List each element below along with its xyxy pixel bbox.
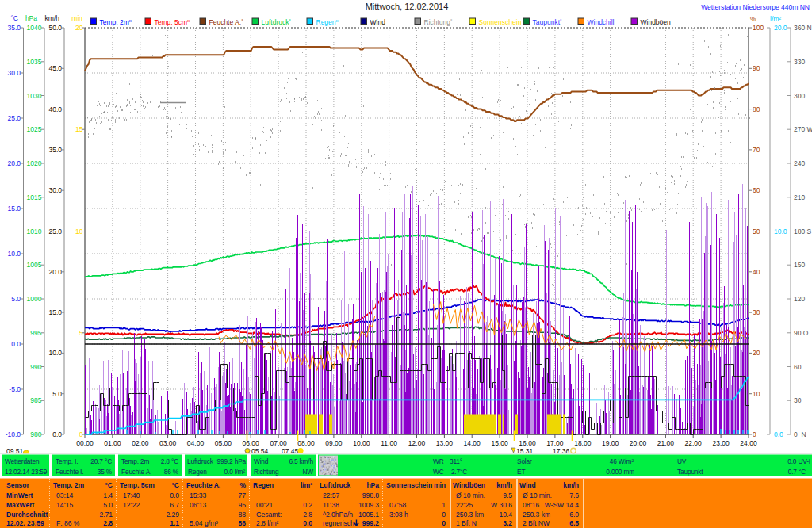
svg-text:980: 980 — [30, 430, 41, 438]
svg-text:0: 0 — [442, 511, 446, 518]
svg-text:15:00: 15:00 — [491, 439, 508, 447]
svg-text:35 %: 35 % — [98, 468, 113, 476]
svg-text:995: 995 — [30, 329, 41, 337]
svg-text:l/m²: l/m² — [770, 15, 781, 23]
svg-text:30: 30 — [753, 308, 760, 316]
svg-text:W 30.6: W 30.6 — [491, 501, 512, 509]
svg-text:00:21: 00:21 — [256, 501, 274, 509]
svg-text:10.0: 10.0 — [774, 228, 787, 235]
svg-text:5.0: 5.0 — [103, 501, 113, 509]
svg-text:05:00: 05:00 — [215, 439, 232, 447]
svg-text:0.000 mm: 0.000 mm — [606, 468, 634, 476]
svg-text:1000: 1000 — [27, 295, 42, 303]
svg-text:1030: 1030 — [27, 92, 42, 100]
svg-text:22:57: 22:57 — [323, 492, 340, 499]
svg-text:km/h: km/h — [496, 481, 512, 489]
svg-text:16:00: 16:00 — [519, 439, 536, 447]
svg-text:Taupunkt: Taupunkt — [677, 468, 703, 476]
svg-text:Feuchte A.°: Feuchte A.° — [209, 18, 244, 26]
svg-text:Regen: Regen — [253, 481, 274, 489]
svg-text:0.7 °C: 0.7 °C — [788, 468, 806, 476]
svg-text:0: 0 — [753, 430, 756, 438]
svg-text:180 S: 180 S — [794, 228, 812, 235]
svg-text:1035: 1035 — [27, 58, 42, 66]
svg-text:30: 30 — [794, 396, 802, 404]
svg-text:998.8: 998.8 — [362, 492, 380, 499]
svg-text:14:00: 14:00 — [464, 439, 481, 447]
svg-text:hPa: hPa — [25, 14, 37, 22]
svg-text:14:15: 14:15 — [56, 501, 74, 509]
svg-text:Richtung: Richtung — [254, 468, 279, 476]
svg-text:7.6: 7.6 — [569, 492, 579, 499]
svg-text:Richtung°: Richtung° — [424, 18, 454, 26]
svg-text:25.0: 25.0 — [48, 228, 62, 235]
svg-text:Wind: Wind — [370, 18, 386, 26]
svg-text:min: min — [71, 14, 82, 22]
svg-text:min: min — [434, 481, 446, 489]
svg-text:Solar: Solar — [517, 457, 532, 465]
svg-text:0.0: 0.0 — [303, 519, 312, 527]
svg-text:01:00: 01:00 — [104, 439, 121, 447]
svg-text:120: 120 — [794, 295, 805, 303]
svg-text:10:00: 10:00 — [353, 439, 370, 447]
svg-text:WC: WC — [433, 468, 444, 476]
svg-text:MinWert: MinWert — [6, 492, 33, 499]
svg-text:11:38: 11:38 — [323, 501, 339, 509]
svg-text:11:00: 11:00 — [381, 439, 397, 447]
svg-text:hPa: hPa — [366, 481, 379, 489]
svg-text:0 N: 0 N — [794, 430, 806, 438]
svg-text:Temp. I.: Temp. I. — [56, 457, 78, 465]
svg-text:21:00: 21:00 — [657, 439, 675, 447]
svg-text:22:25: 22:25 — [456, 501, 473, 509]
svg-text:09:00: 09:00 — [325, 439, 343, 447]
svg-text:2.7°C: 2.7°C — [451, 468, 467, 476]
svg-text:88: 88 — [239, 511, 247, 518]
svg-text:12:00: 12:00 — [408, 439, 426, 447]
svg-text:210: 210 — [794, 193, 805, 201]
svg-text:50.0: 50.0 — [48, 24, 62, 32]
svg-text:5.04 g/m³: 5.04 g/m³ — [190, 519, 218, 527]
svg-text:0.0 l/m²: 0.0 l/m² — [224, 468, 246, 476]
svg-text:Windböen: Windböen — [453, 481, 485, 489]
svg-text:40.0: 40.0 — [48, 105, 62, 113]
svg-text:Luftdruck: Luftdruck — [320, 481, 350, 489]
svg-text:20.7 °C: 20.7 °C — [90, 457, 112, 465]
svg-text:Feuchte I.: Feuchte I. — [56, 468, 83, 476]
svg-text:10.4: 10.4 — [499, 511, 512, 518]
svg-text:00:00: 00:00 — [76, 439, 94, 447]
svg-text:MaxWert: MaxWert — [6, 501, 34, 509]
svg-text:46 W/m²: 46 W/m² — [610, 457, 634, 465]
svg-text:60: 60 — [794, 363, 802, 371]
svg-text:250.3 km: 250.3 km — [523, 511, 550, 518]
svg-text:15.0: 15.0 — [48, 308, 62, 316]
svg-text:1: 1 — [442, 501, 446, 509]
svg-text:03:00: 03:00 — [159, 439, 177, 447]
svg-text:17:00: 17:00 — [546, 439, 564, 447]
svg-text:999.2 hPa: 999.2 hPa — [217, 457, 247, 465]
svg-text:0.2: 0.2 — [303, 501, 312, 509]
svg-text:0.0 UV-I: 0.0 UV-I — [787, 457, 810, 465]
svg-text:20.0: 20.0 — [48, 268, 62, 276]
svg-text:70: 70 — [753, 146, 760, 154]
svg-text:%: % — [239, 481, 246, 489]
svg-text:F: 86 %: F: 86 % — [56, 519, 80, 527]
svg-text:Sonnenschein: Sonnenschein — [479, 18, 522, 26]
svg-text:25.0: 25.0 — [7, 114, 21, 122]
svg-text:60: 60 — [753, 186, 760, 194]
svg-text:5.0: 5.0 — [52, 390, 62, 398]
svg-text:86 %: 86 % — [164, 468, 179, 476]
svg-text:Gesamt:: Gesamt: — [256, 511, 282, 518]
svg-text:Temp. 2m: Temp. 2m — [53, 481, 84, 489]
svg-text:Wetterdaten: Wetterdaten — [5, 457, 40, 465]
svg-text:06:00: 06:00 — [243, 439, 260, 447]
svg-text:08:16: 08:16 — [523, 501, 540, 509]
svg-text:NW: NW — [302, 468, 313, 476]
svg-text:3:08 h: 3:08 h — [389, 511, 408, 518]
svg-text:1 Bft N: 1 Bft N — [456, 519, 477, 527]
svg-text:UV: UV — [677, 457, 687, 465]
svg-text:Mittwoch, 12.02.2014: Mittwoch, 12.02.2014 — [366, 2, 449, 11]
svg-text:Luftdruck°: Luftdruck° — [262, 18, 292, 26]
svg-text:77: 77 — [239, 492, 247, 499]
svg-text:Luftdruck: Luftdruck — [187, 457, 214, 465]
svg-text:50: 50 — [753, 228, 760, 235]
